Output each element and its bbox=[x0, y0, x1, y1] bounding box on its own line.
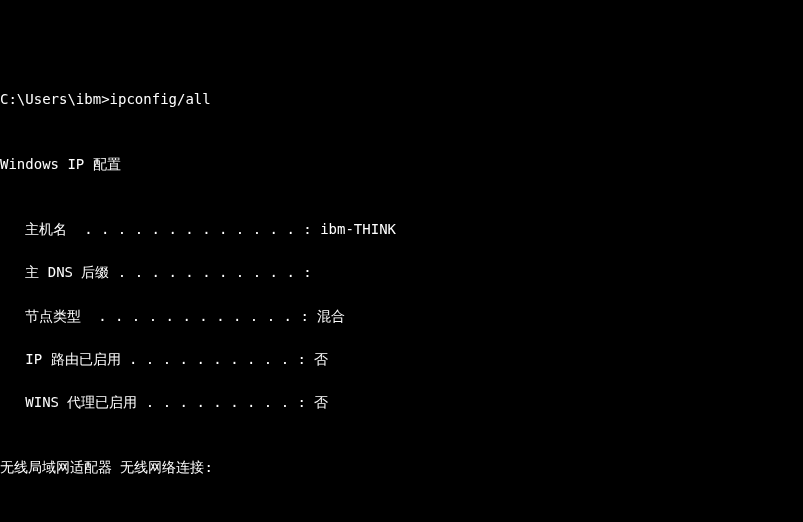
node-type-value: 混合 bbox=[317, 308, 345, 324]
wins-proxy-value: 否 bbox=[314, 394, 328, 410]
primary-dns-suffix-label: 主 DNS 后缀 . . . . . . . . . . . : bbox=[0, 264, 320, 280]
hostname-label: 主机名 . . . . . . . . . . . . . : bbox=[0, 221, 320, 237]
wins-proxy-label: WINS 代理已启用 . . . . . . . . . : bbox=[0, 394, 314, 410]
adapter-header: 无线局域网适配器 无线网络连接: bbox=[0, 457, 803, 479]
wins-proxy-row: WINS 代理已启用 . . . . . . . . . : 否 bbox=[0, 392, 803, 414]
hostname-row: 主机名 . . . . . . . . . . . . . : ibm-THIN… bbox=[0, 219, 803, 241]
ip-routing-value: 否 bbox=[314, 351, 328, 367]
primary-dns-suffix-row: 主 DNS 后缀 . . . . . . . . . . . : bbox=[0, 262, 803, 284]
ip-routing-row: IP 路由已启用 . . . . . . . . . . : 否 bbox=[0, 349, 803, 371]
win-ip-config-header: Windows IP 配置 bbox=[0, 154, 803, 176]
prompt-text: C:\Users\ibm>ipconfig/all bbox=[0, 91, 211, 107]
hostname-value: ibm-THINK bbox=[320, 221, 396, 237]
command-prompt-line: C:\Users\ibm>ipconfig/all bbox=[0, 89, 803, 111]
node-type-label: 节点类型 . . . . . . . . . . . . : bbox=[0, 308, 317, 324]
node-type-row: 节点类型 . . . . . . . . . . . . : 混合 bbox=[0, 306, 803, 328]
ip-routing-label: IP 路由已启用 . . . . . . . . . . : bbox=[0, 351, 314, 367]
